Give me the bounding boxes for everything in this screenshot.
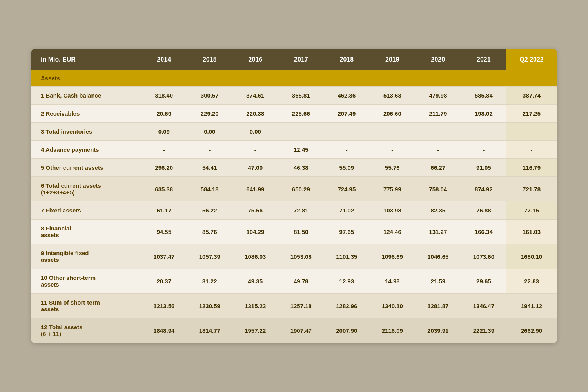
row-value: 2662.90 xyxy=(506,318,557,343)
row-value: 585.84 xyxy=(461,87,507,105)
row-value: - xyxy=(461,123,507,141)
row-value: 55.76 xyxy=(370,159,416,177)
row-value: 1282.96 xyxy=(324,294,370,318)
table-row: 4 Advance payments---12.45----- xyxy=(31,141,557,159)
row-value: 374.61 xyxy=(232,87,278,105)
row-value: 513.63 xyxy=(370,87,416,105)
table-row: 3 Total inventories0.090.000.00------ xyxy=(31,123,557,141)
row-value: 211.79 xyxy=(415,105,461,123)
table-row: 1 Bank, Cash balance318.40300.57374.6136… xyxy=(31,87,557,105)
row-value: 1941.12 xyxy=(506,294,557,318)
row-value: 20.37 xyxy=(141,269,187,294)
header-year-2017: 2017 xyxy=(278,49,324,70)
header-year-2019: 2019 xyxy=(370,49,416,70)
row-value: 479.98 xyxy=(415,87,461,105)
row-value: 91.05 xyxy=(461,159,507,177)
row-value: 206.60 xyxy=(370,105,416,123)
row-label: 11 Sum of short-termassets xyxy=(31,294,141,318)
header-year-2020: 2020 xyxy=(415,49,461,70)
row-value: - xyxy=(324,123,370,141)
row-value: 76.88 xyxy=(461,201,507,220)
row-value: 1230.59 xyxy=(187,294,233,318)
row-value: 207.49 xyxy=(324,105,370,123)
row-value: 2116.09 xyxy=(370,318,416,343)
row-value: 1848.94 xyxy=(141,318,187,343)
row-value: 81.50 xyxy=(278,220,324,244)
row-value: 1340.10 xyxy=(370,294,416,318)
row-value: - xyxy=(506,123,557,141)
row-value: 1346.47 xyxy=(461,294,507,318)
row-value: 54.41 xyxy=(187,159,233,177)
row-value: 365.81 xyxy=(278,87,324,105)
row-label: 5 Other current assets xyxy=(31,159,141,177)
row-value: 318.40 xyxy=(141,87,187,105)
row-value: 1315.23 xyxy=(232,294,278,318)
row-value: 1257.18 xyxy=(278,294,324,318)
row-value: 0.00 xyxy=(232,123,278,141)
row-value: 1907.47 xyxy=(278,318,324,343)
row-value: 31.22 xyxy=(187,269,233,294)
table-row: 2 Receivables20.69229.20220.38225.66207.… xyxy=(31,105,557,123)
row-label: 6 Total current assets(1+2+3+4+5) xyxy=(31,177,141,201)
row-value: 1057.39 xyxy=(187,244,233,269)
row-value: - xyxy=(415,123,461,141)
row-value: 46.38 xyxy=(278,159,324,177)
row-value: 71.02 xyxy=(324,201,370,220)
row-value: 66.27 xyxy=(415,159,461,177)
row-value: 12.45 xyxy=(278,141,324,159)
section-header-label: Assets xyxy=(31,70,557,87)
row-value: 721.78 xyxy=(506,177,557,201)
row-value: 874.92 xyxy=(461,177,507,201)
table-row: 5 Other current assets296.2054.4147.0046… xyxy=(31,159,557,177)
header-year-2016: 2016 xyxy=(232,49,278,70)
row-value: 103.98 xyxy=(370,201,416,220)
header-label: in Mio. EUR xyxy=(31,49,141,70)
row-value: 49.78 xyxy=(278,269,324,294)
row-value: 1680.10 xyxy=(506,244,557,269)
row-label: 1 Bank, Cash balance xyxy=(31,87,141,105)
row-value: 1073.60 xyxy=(461,244,507,269)
row-label: 12 Total assets(6 + 11) xyxy=(31,318,141,343)
table-row: 10 Other short-termassets20.3731.2249.35… xyxy=(31,269,557,294)
row-value: 104.29 xyxy=(232,220,278,244)
row-label: 3 Total inventories xyxy=(31,123,141,141)
row-value: 635.38 xyxy=(141,177,187,201)
row-value: 300.57 xyxy=(187,87,233,105)
row-value: 94.55 xyxy=(141,220,187,244)
row-value: 1101.35 xyxy=(324,244,370,269)
row-value: 1281.87 xyxy=(415,294,461,318)
row-value: 56.22 xyxy=(187,201,233,220)
row-value: 161.03 xyxy=(506,220,557,244)
table-row: 7 Fixed assets61.1756.2275.5672.8171.021… xyxy=(31,201,557,220)
row-value: 14.98 xyxy=(370,269,416,294)
row-value: - xyxy=(415,141,461,159)
row-value: 1213.56 xyxy=(141,294,187,318)
row-value: 1046.65 xyxy=(415,244,461,269)
row-value: 220.38 xyxy=(232,105,278,123)
header-year-2014: 2014 xyxy=(141,49,187,70)
row-value: 462.36 xyxy=(324,87,370,105)
row-value: 1086.03 xyxy=(232,244,278,269)
row-value: - xyxy=(370,141,416,159)
row-value: - xyxy=(141,141,187,159)
row-value: 22.83 xyxy=(506,269,557,294)
row-label: 2 Receivables xyxy=(31,105,141,123)
row-value: 650.29 xyxy=(278,177,324,201)
row-label: 8 Financialassets xyxy=(31,220,141,244)
row-value: 166.34 xyxy=(461,220,507,244)
financial-table: in Mio. EUR 2014 2015 2016 2017 2018 201… xyxy=(31,49,557,343)
row-value: - xyxy=(232,141,278,159)
row-value: 20.69 xyxy=(141,105,187,123)
row-value: 1053.08 xyxy=(278,244,324,269)
row-value: 131.27 xyxy=(415,220,461,244)
row-value: 775.99 xyxy=(370,177,416,201)
row-value: 2039.91 xyxy=(415,318,461,343)
row-value: 124.46 xyxy=(370,220,416,244)
row-value: 225.66 xyxy=(278,105,324,123)
row-value: - xyxy=(187,141,233,159)
row-value: 1096.69 xyxy=(370,244,416,269)
header-year-2021: 2021 xyxy=(461,49,507,70)
row-value: 296.20 xyxy=(141,159,187,177)
row-value: 82.35 xyxy=(415,201,461,220)
table-row: 8 Financialassets94.5585.76104.2981.5097… xyxy=(31,220,557,244)
